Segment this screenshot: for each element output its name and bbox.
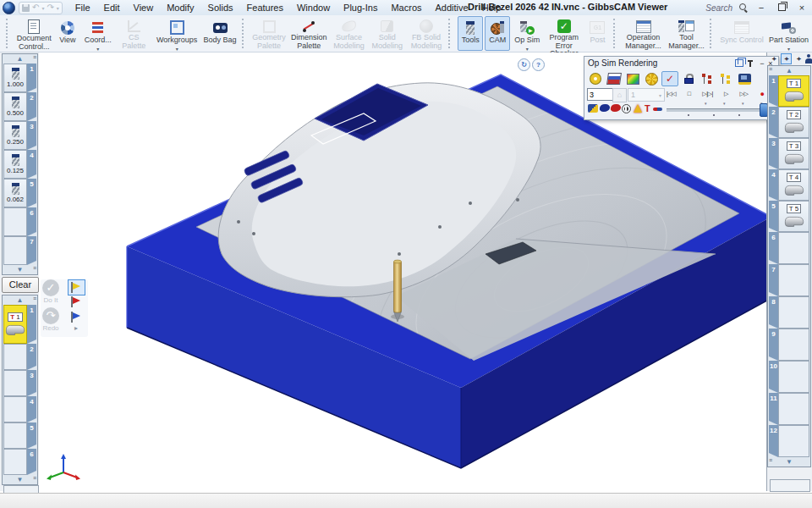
stock-display-button[interactable]	[587, 71, 604, 86]
tool-group-slot-2[interactable]: 2 T 2	[769, 107, 809, 138]
scroll-down-button[interactable]: ▼ ≡	[3, 475, 37, 484]
tool-position-right-icon[interactable]: ◂|▸	[793, 53, 804, 64]
rapid-wedge-icon[interactable]	[599, 104, 611, 112]
scroll-end-icon[interactable]: ≡	[769, 66, 772, 73]
step-forward-button[interactable]: ▷|▷|	[698, 87, 717, 100]
menu-solids[interactable]: Solids	[202, 2, 239, 14]
chevron-right-icon[interactable]: ▸	[74, 324, 78, 332]
chevron-down-icon[interactable]: ▾	[176, 46, 178, 52]
minimize-button[interactable]: −	[754, 3, 768, 13]
tool-segment-icon[interactable]	[588, 104, 598, 113]
operation-slot-3[interactable]: 3	[3, 370, 36, 396]
document-control-button[interactable]: Document Control...	[15, 16, 53, 51]
rendered-image-button[interactable]	[624, 71, 641, 86]
stop-button[interactable]: □	[680, 87, 698, 100]
body-bag-button[interactable]: Body Bag	[201, 16, 238, 51]
coord-button[interactable]: Coord... ▾	[82, 16, 114, 51]
cut-wedge-icon[interactable]	[610, 104, 622, 112]
menu-window[interactable]: Window	[291, 2, 336, 14]
tool-group-slot-10[interactable]: 10	[769, 361, 809, 393]
minimize-palette-button[interactable]: −	[758, 59, 766, 68]
verify-check-button[interactable]: ✓	[661, 71, 678, 86]
tool-slot-1[interactable]: 1.000 1	[3, 64, 36, 92]
help-icon[interactable]: ?	[532, 58, 545, 71]
scroll-down-button[interactable]: ≡ ▼	[768, 457, 810, 467]
tool-slot-3[interactable]: 0.250 3	[3, 121, 36, 150]
workgroups-button[interactable]: Workgroups ▾	[154, 16, 200, 51]
operation-slot-1[interactable]: T 1 1	[3, 305, 36, 344]
tool-position-center-icon[interactable]: ◂|▸	[781, 53, 793, 64]
view-button[interactable]: View	[55, 16, 80, 51]
operator-icon[interactable]	[805, 54, 812, 64]
menu-modify[interactable]: Modify	[161, 2, 200, 14]
scroll-end-icon[interactable]: ≡	[769, 457, 772, 464]
tool-group-slot-8[interactable]: 8	[769, 296, 809, 329]
collision-alarm-button[interactable]	[643, 71, 660, 86]
process-tree-button[interactable]	[699, 71, 716, 86]
holder-display-icon[interactable]	[622, 104, 631, 113]
tool-group-slot-3[interactable]: 3 T 3	[769, 138, 809, 169]
tool-slot-6[interactable]: 6	[3, 207, 36, 236]
machine-sim-button[interactable]	[736, 71, 753, 86]
tool-group-slot-12[interactable]: 12	[769, 425, 809, 457]
tool-group-slot-1[interactable]: 1 T 1	[769, 75, 809, 107]
scroll-up-button[interactable]: ▲ ≡	[3, 54, 37, 64]
scroll-end-icon[interactable]: ≡	[33, 295, 36, 302]
menu-features[interactable]: Features	[241, 2, 289, 14]
scroll-up-button[interactable]: ≡ ▲	[768, 66, 810, 75]
menu-macros[interactable]: Macros	[385, 2, 427, 14]
dock-window-icon[interactable]	[735, 59, 743, 67]
operation-slot-4[interactable]: 4	[3, 396, 36, 422]
warning-triangle-icon[interactable]	[634, 104, 642, 113]
sim-speed-slider[interactable]	[667, 108, 766, 112]
tool-group-slot-11[interactable]: 11	[769, 393, 809, 425]
op-tree-button[interactable]	[717, 71, 734, 86]
op-sim-button[interactable]: Op Sim ▾	[512, 16, 542, 51]
refresh-icon[interactable]: ↻	[518, 58, 530, 71]
program-error-checker-button[interactable]: ✓ Program Error Checker	[544, 16, 584, 51]
chevron-down-icon[interactable]: ▾	[787, 46, 790, 52]
scroll-up-button[interactable]: ▲ ≡	[3, 295, 37, 305]
go-to-start-button[interactable]: |◁◁	[662, 87, 680, 100]
menu-view[interactable]: View	[128, 2, 160, 14]
lock-button[interactable]	[680, 71, 697, 86]
tool-group-slot-9[interactable]: 9	[769, 329, 809, 361]
palette-title-bar[interactable]: Op Sim Rendering − ×	[584, 57, 778, 69]
scroll-end-icon[interactable]: ≡	[33, 475, 36, 482]
play-button[interactable]: ▷	[717, 87, 735, 100]
menu-edit[interactable]: Edit	[98, 2, 126, 14]
tool-group-slot-6[interactable]: 6	[769, 232, 809, 264]
operation-slot-2[interactable]: 2	[3, 344, 36, 370]
text-display-icon[interactable]: T	[645, 104, 650, 113]
fast-forward-button[interactable]: ▷▷	[735, 87, 753, 100]
op-number-input[interactable]	[587, 88, 614, 101]
tool-manager-button[interactable]: Tool Manager...	[667, 16, 706, 51]
chevron-down-icon[interactable]: ▾	[96, 46, 99, 52]
cam-button[interactable]: CAM	[485, 16, 510, 51]
app-icon[interactable]	[3, 2, 15, 14]
toolpath-display-icon[interactable]	[653, 108, 662, 111]
close-button[interactable]: ×	[795, 3, 809, 13]
dimension-palette-button[interactable]: Dimension Palette	[289, 16, 329, 51]
scroll-end-icon[interactable]: ≡	[33, 265, 36, 272]
scroll-end-icon[interactable]: ≡	[33, 54, 36, 61]
tool-slot-7[interactable]: 7	[3, 236, 36, 265]
maximize-button[interactable]	[775, 3, 788, 13]
chevron-down-icon[interactable]: ▾	[526, 46, 529, 52]
pin-icon[interactable]	[749, 60, 751, 67]
menu-file[interactable]: File	[69, 2, 96, 14]
tool-group-slot-7[interactable]: 7	[769, 264, 809, 296]
stock-layers-button[interactable]	[606, 71, 623, 86]
part-station-button[interactable]: Part Station ▾	[766, 16, 811, 51]
tool-position-left-icon[interactable]: ◂|▸	[768, 53, 780, 64]
operation-slot-6[interactable]: 6	[3, 449, 36, 475]
menu-plugins[interactable]: Plug-Ins	[337, 2, 383, 14]
tool-group-slot-4[interactable]: 4 T 4	[769, 169, 809, 201]
tool-slot-5[interactable]: 0.062 5	[3, 179, 36, 207]
search-icon[interactable]	[739, 3, 748, 12]
clear-button[interactable]: Clear	[2, 277, 39, 293]
tool-slot-4[interactable]: 0.125 4	[3, 150, 36, 179]
operation-slot-5[interactable]: 5	[3, 422, 36, 449]
tools-button[interactable]: Tools	[458, 16, 483, 51]
yellow-flag-button[interactable]	[68, 279, 85, 295]
